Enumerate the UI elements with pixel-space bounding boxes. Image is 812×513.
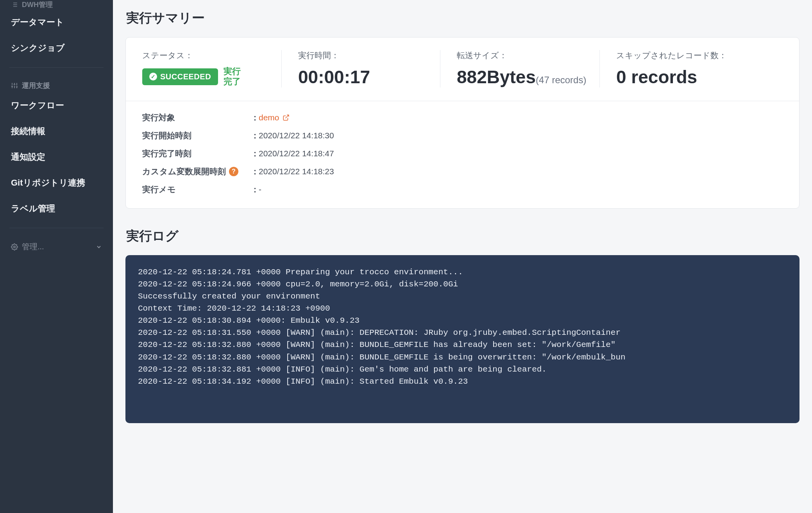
detail-val-end: 2020/12/22 14:18:47 (259, 149, 334, 158)
check-icon: ✓ (149, 73, 157, 80)
detail-key-end: 実行完了時刻 (142, 148, 251, 159)
sidebar-divider (9, 67, 104, 68)
external-link-icon (283, 114, 290, 121)
detail-val-var: 2020/12/22 14:18:23 (259, 167, 334, 176)
status-badge: ✓ SUCCEEDED (142, 68, 218, 85)
summary-cell-skipped: スキップされたレコード数： 0 records (599, 50, 799, 88)
summary-title: 実行サマリー (126, 9, 799, 27)
summary-cell-status: ステータス： ✓ SUCCEEDED 実行完了 (126, 50, 281, 88)
summary-details: 実行対象 ： demo 実行開始時刻 ： 2020/12/22 14:18:30… (126, 101, 799, 208)
sidebar-item-datamart[interactable]: データマート (0, 9, 113, 35)
detail-val-start: 2020/12/22 14:18:30 (259, 131, 334, 140)
sidebar-item-workflow[interactable]: ワークフロー (0, 93, 113, 118)
detail-row-start: 実行開始時刻 ： 2020/12/22 14:18:30 (142, 130, 783, 141)
sidebar-group-ops: 運用支援 (0, 74, 113, 93)
svg-line-16 (285, 115, 288, 118)
sidebar-item-connections[interactable]: 接続情報 (0, 118, 113, 144)
sidebar-group-dwh-label: DWH管理 (22, 0, 53, 9)
skipped-value: 0 records (616, 66, 783, 88)
sidebar-item-syncjob[interactable]: シンクジョブ (0, 35, 113, 61)
size-value-main: 882Bytes (457, 67, 536, 87)
sidebar: DWH管理 データマート シンクジョブ 運用支援 ワークフロー 接続情報 通知設… (0, 0, 113, 513)
sidebar-divider (9, 228, 104, 228)
sliders-icon (11, 82, 18, 89)
size-label: 転送サイズ： (457, 50, 583, 61)
status-label: ステータス： (142, 50, 265, 61)
duration-label: 実行時間： (298, 50, 424, 61)
sidebar-admin-toggle[interactable]: 管理... (0, 234, 113, 259)
detail-val-target: demo (259, 113, 279, 122)
detail-key-memo: 実行メモ (142, 184, 251, 195)
status-note: 実行完了 (224, 66, 249, 87)
skipped-label: スキップされたレコード数： (616, 50, 783, 61)
summary-top-row: ステータス： ✓ SUCCEEDED 実行完了 実行時間： 00:00:17 転… (126, 38, 799, 101)
summary-cell-duration: 実行時間： 00:00:17 (281, 50, 440, 88)
duration-value: 00:00:17 (298, 66, 424, 88)
svg-point-15 (14, 246, 16, 248)
sidebar-item-labels[interactable]: ラベル管理 (0, 196, 113, 222)
sidebar-item-git[interactable]: Gitリポジトリ連携 (0, 170, 113, 196)
detail-key-start: 実行開始時刻 (142, 130, 251, 141)
main-content: 実行サマリー ステータス： ✓ SUCCEEDED 実行完了 実行時間： 00:… (113, 0, 812, 513)
sidebar-group-dwh: DWH管理 (0, 0, 113, 9)
detail-val-memo: - (259, 185, 261, 194)
detail-key-target: 実行対象 (142, 112, 251, 123)
chevron-down-icon (96, 244, 102, 250)
size-value-sub: (47 records) (536, 75, 586, 85)
log-title: 実行ログ (126, 227, 799, 245)
detail-key-var: カスタム変数展開時刻 ? (142, 166, 251, 177)
summary-card: ステータス： ✓ SUCCEEDED 実行完了 実行時間： 00:00:17 転… (125, 37, 799, 209)
size-value: 882Bytes(47 records) (457, 66, 583, 88)
log-output[interactable]: 2020-12-22 05:18:24.781 +0000 Preparing … (125, 255, 799, 423)
summary-cell-size: 転送サイズ： 882Bytes(47 records) (440, 50, 599, 88)
detail-link-target[interactable]: demo (259, 113, 290, 122)
sidebar-admin-label: 管理... (22, 241, 44, 252)
sidebar-group-ops-label: 運用支援 (22, 81, 50, 90)
status-badge-text: SUCCEEDED (160, 72, 211, 81)
sidebar-item-notifications[interactable]: 通知設定 (0, 144, 113, 170)
help-icon[interactable]: ? (229, 167, 238, 176)
detail-row-memo: 実行メモ ： - (142, 184, 783, 195)
detail-row-target: 実行対象 ： demo (142, 112, 783, 123)
gear-icon (11, 243, 18, 250)
detail-row-end: 実行完了時刻 ： 2020/12/22 14:18:47 (142, 148, 783, 159)
list-icon (11, 1, 18, 8)
detail-row-var: カスタム変数展開時刻 ? ： 2020/12/22 14:18:23 (142, 166, 783, 177)
